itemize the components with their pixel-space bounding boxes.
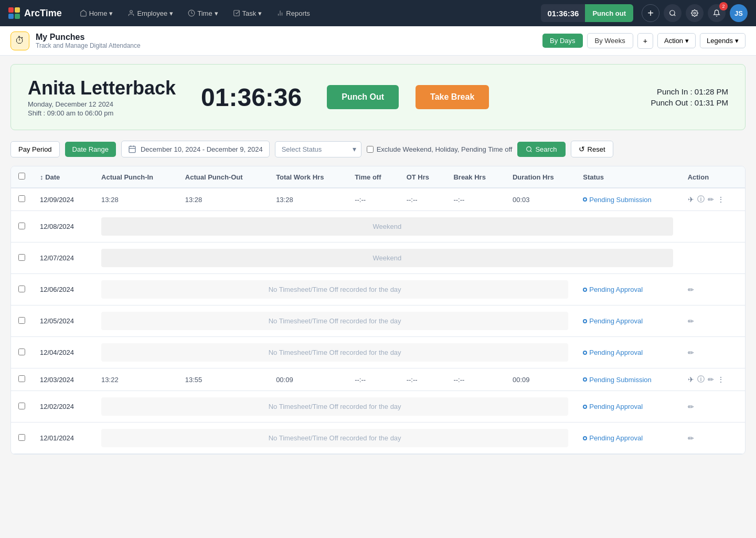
by-weeks-button[interactable]: By Weeks xyxy=(587,33,633,48)
pay-period-button[interactable]: Pay Period xyxy=(10,141,60,157)
edit-icon[interactable]: ✏ xyxy=(688,434,694,442)
row-action: ✈ ⓘ ✏ ⋮ xyxy=(680,188,745,211)
table-row: 12/05/2024 No Timesheet/Time Off recorde… xyxy=(11,305,745,337)
add-record-button[interactable]: + xyxy=(637,33,653,49)
row-date: 12/03/2024 xyxy=(33,368,94,391)
row-checkbox[interactable] xyxy=(18,254,25,261)
row-checkbox[interactable] xyxy=(18,317,25,324)
take-break-button[interactable]: Take Break xyxy=(416,85,489,109)
nav-task[interactable]: Task ▾ xyxy=(228,0,268,26)
row-no-record-cell: No Timesheet/Time Off recorded for the d… xyxy=(94,274,576,305)
table-row: 12/08/2024 Weekend xyxy=(11,211,745,242)
edit-icon[interactable]: ✏ xyxy=(688,317,694,325)
row-date: 12/04/2024 xyxy=(33,337,94,368)
nav-reports[interactable]: Reports xyxy=(271,0,315,26)
user-avatar[interactable]: JS xyxy=(730,4,748,22)
row-checkbox[interactable] xyxy=(18,195,25,202)
row-date: 12/05/2024 xyxy=(33,305,94,337)
search-button-filter[interactable]: Search xyxy=(517,142,565,157)
row-checkbox-cell xyxy=(11,368,33,391)
exclude-checkbox[interactable] xyxy=(367,146,374,153)
row-action: ✏ xyxy=(680,337,745,368)
row-status: Pending Approval xyxy=(576,391,680,423)
row-weekend-cell: Weekend xyxy=(94,211,680,242)
nav-time[interactable]: Time ▾ xyxy=(183,0,223,26)
svg-point-8 xyxy=(694,12,696,14)
nav-punch-out-button[interactable]: Punch out xyxy=(585,4,633,22)
header-action: Action xyxy=(680,166,745,188)
row-checkbox[interactable] xyxy=(18,375,25,382)
app-name: ArcTime xyxy=(24,8,62,19)
row-break-hrs: --:-- xyxy=(446,368,505,391)
row-status: Pending Approval xyxy=(576,423,680,454)
notification-badge: 2 xyxy=(719,2,728,10)
table-row: 12/04/2024 No Timesheet/Time Off recorde… xyxy=(11,337,745,368)
edit-icon[interactable]: ✏ xyxy=(708,375,714,384)
status-select[interactable]: Select Status Pending Submission Pending… xyxy=(275,141,361,157)
table-row: 12/09/2024 13:28 13:28 13:28 --:-- --:--… xyxy=(11,188,745,211)
more-icon[interactable]: ⋮ xyxy=(717,375,725,384)
row-action-empty xyxy=(680,242,745,274)
row-checkbox-cell xyxy=(11,391,33,423)
row-date: 12/06/2024 xyxy=(33,274,94,305)
svg-line-14 xyxy=(530,151,531,152)
calendar-icon xyxy=(128,145,136,153)
svg-rect-9 xyxy=(129,146,135,153)
row-ot-hrs: --:-- xyxy=(399,188,446,211)
info-icon[interactable]: ⓘ xyxy=(697,195,705,204)
edit-icon[interactable]: ✏ xyxy=(708,195,714,204)
by-days-button[interactable]: By Days xyxy=(542,34,582,48)
edit-icon[interactable]: ✏ xyxy=(688,403,694,411)
punch-table-container: ↕ Date Actual Punch-In Actual Punch-Out … xyxy=(10,166,746,455)
row-checkbox[interactable] xyxy=(18,403,25,409)
info-icon[interactable]: ⓘ xyxy=(697,375,705,384)
date-picker[interactable]: December 10, 2024 - December 9, 2024 xyxy=(121,141,270,157)
row-no-record-cell: No Timesheet/Time Off recorded for the d… xyxy=(94,423,576,454)
notifications-button[interactable]: 2 xyxy=(708,4,726,22)
add-button[interactable]: + xyxy=(642,4,659,22)
punch-card: Anita Letterback Monday, December 12 202… xyxy=(10,64,746,130)
logo[interactable]: ArcTime xyxy=(8,7,62,19)
edit-icon[interactable]: ✏ xyxy=(688,286,694,294)
row-checkbox[interactable] xyxy=(18,286,25,292)
punch-date: Monday, December 12 2024 xyxy=(28,100,176,108)
submit-icon[interactable]: ✈ xyxy=(688,195,694,204)
header-date: ↕ Date xyxy=(33,166,94,188)
row-checkbox[interactable] xyxy=(18,223,25,229)
punch-in-info: Punch In : 01:28 PM xyxy=(651,87,728,96)
reset-icon: ↺ xyxy=(579,145,585,153)
reset-button[interactable]: ↺ Reset xyxy=(571,141,613,157)
row-time-off: --:-- xyxy=(347,188,399,211)
exclude-checkbox-label[interactable]: Exclude Weekend, Holiday, Pending Time o… xyxy=(367,145,513,153)
row-checkbox[interactable] xyxy=(18,434,25,441)
row-total-work: 13:28 xyxy=(269,188,347,211)
edit-icon[interactable]: ✏ xyxy=(688,349,694,357)
row-total-work: 00:09 xyxy=(269,368,347,391)
nav-employee[interactable]: Employee ▾ xyxy=(122,0,178,26)
submit-icon[interactable]: ✈ xyxy=(688,375,694,384)
header-actual-punch-out: Actual Punch-Out xyxy=(178,166,269,188)
svg-line-7 xyxy=(674,15,676,16)
page-title: My Punches xyxy=(36,33,141,42)
search-button[interactable] xyxy=(664,4,682,22)
table-row: 12/07/2024 Weekend xyxy=(11,242,745,274)
main-content: Anita Letterback Monday, December 12 202… xyxy=(0,56,756,538)
legends-button[interactable]: Legends ▾ xyxy=(700,33,746,48)
date-range-button[interactable]: Date Range xyxy=(65,142,116,157)
row-checkbox-cell xyxy=(11,188,33,211)
sub-header-text: My Punches Track and Manage Digital Atte… xyxy=(36,33,141,49)
table-row: 12/01/2024 No Timesheet/Time Off recorde… xyxy=(11,423,745,454)
clock-punch-block: 01:36:36 Punch out xyxy=(541,4,633,22)
row-checkbox[interactable] xyxy=(18,349,25,355)
action-dropdown-button[interactable]: Action ▾ xyxy=(657,33,696,48)
more-icon[interactable]: ⋮ xyxy=(717,195,725,204)
punch-table: ↕ Date Actual Punch-In Actual Punch-Out … xyxy=(11,166,745,454)
punch-shift: Shift : 09:00 am to 06:00 pm xyxy=(28,109,176,117)
row-status: Pending Approval xyxy=(576,305,680,337)
select-all-checkbox[interactable] xyxy=(18,173,25,180)
svg-point-6 xyxy=(670,10,675,15)
settings-button[interactable] xyxy=(686,4,704,22)
punch-out-button[interactable]: Punch Out xyxy=(327,85,399,109)
nav-home[interactable]: Home ▾ xyxy=(74,0,119,26)
top-navigation: ArcTime Home ▾ Employee ▾ Time ▾ Task ▾ … xyxy=(0,0,756,26)
